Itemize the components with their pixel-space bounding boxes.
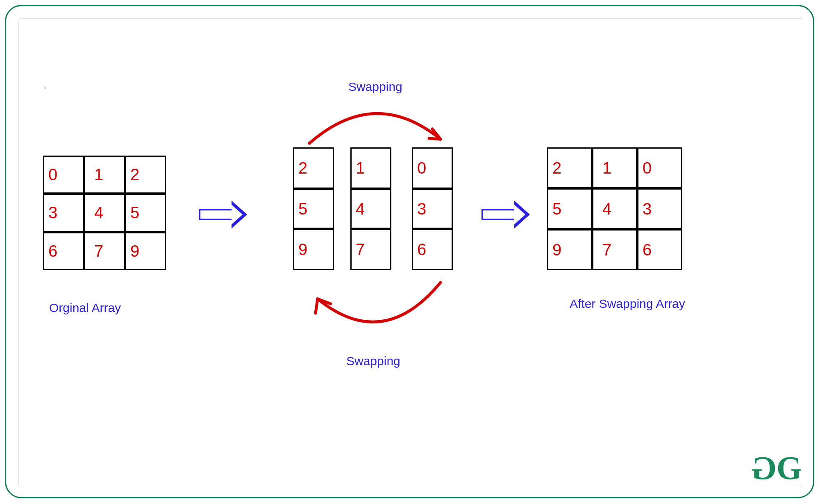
original-label: Orginal Array [49,301,121,315]
cell: 4 [592,188,637,229]
original-matrix: 0 1 2 3 4 5 6 7 9 [43,156,166,270]
cell: 2 [125,156,166,194]
cell: 1 [84,156,125,194]
logo-left: G [754,450,777,487]
middle-column-3: 0 3 6 [412,147,453,270]
cell: 6 [637,229,682,270]
cell: 3 [637,188,682,229]
cell: 9 [294,229,333,269]
cell: 6 [43,232,84,270]
cell: 5 [125,194,166,232]
cell: 0 [43,156,84,194]
swap-arrow-bottom-icon [293,274,457,348]
swap-top-label: Swapping [348,80,402,94]
logo-right: G [777,450,799,486]
cell: 7 [592,229,637,270]
diagram-frame: ` 0 1 2 3 4 5 6 7 9 Orginal Array 2 5 9 … [5,5,814,498]
swap-arrow-top-icon [293,94,457,147]
geeksforgeeks-logo: GG [754,450,799,487]
cell: 1 [352,149,390,189]
cell: 4 [352,189,390,229]
cell: 9 [125,232,166,270]
cell: 7 [84,232,125,270]
cell: 2 [547,147,592,188]
cell: 0 [637,147,682,188]
arrow-right-icon [482,201,530,228]
cell: 1 [592,147,637,188]
swap-bottom-label: Swapping [346,354,400,368]
result-matrix: 2 1 0 5 4 3 9 7 6 [547,147,682,270]
cell: 2 [294,149,333,189]
cell: 5 [547,188,592,229]
result-label: After Swapping Array [570,297,685,311]
cell: 4 [84,194,125,232]
cell: 7 [352,229,390,269]
cell: 9 [547,229,592,270]
arrow-right-icon [199,201,247,228]
cell: 3 [43,194,84,232]
cell: 6 [413,229,452,269]
cell: 5 [294,189,333,229]
cell: 3 [413,189,452,229]
middle-column-2: 1 4 7 [350,147,391,270]
cell: 0 [413,149,452,189]
middle-column-1: 2 5 9 [293,147,334,270]
